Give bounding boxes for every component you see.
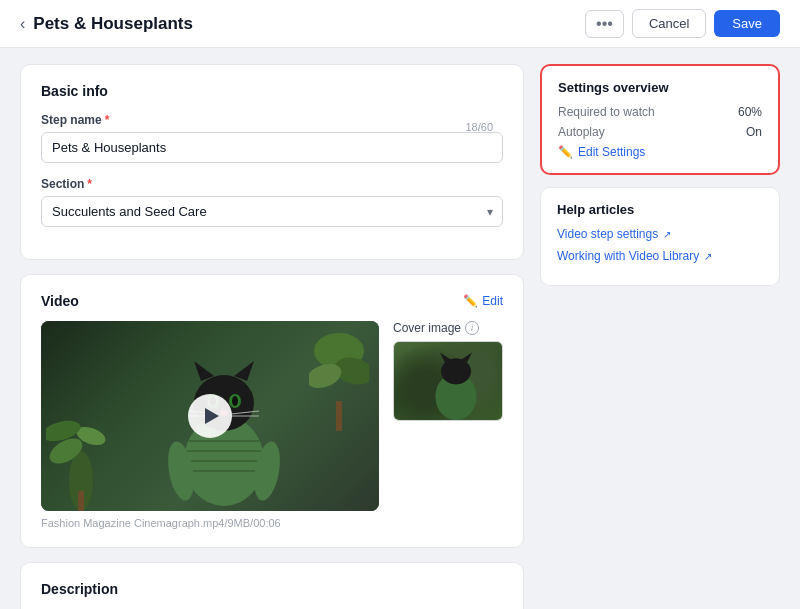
description-card: Description ✦ Welcome to our video on pe… xyxy=(20,562,524,609)
more-options-button[interactable]: ••• xyxy=(585,10,624,38)
video-edit-button[interactable]: ✏️ Edit xyxy=(463,294,503,308)
description-title: Description xyxy=(41,581,503,597)
video-player[interactable] xyxy=(41,321,379,511)
video-library-link[interactable]: Working with Video Library ↗ xyxy=(557,249,763,263)
cancel-button[interactable]: Cancel xyxy=(632,9,706,38)
left-column: Basic info Step name * 18/60 Section * S… xyxy=(20,64,524,609)
page-title: Pets & Houseplants xyxy=(33,14,193,34)
video-header: Video ✏️ Edit xyxy=(41,293,503,309)
cover-cat-figure xyxy=(421,345,491,420)
required-star: * xyxy=(105,113,110,127)
edit-settings-label: Edit Settings xyxy=(578,145,645,159)
header-right: ••• Cancel Save xyxy=(585,9,780,38)
plant-right-icon xyxy=(309,331,369,431)
pencil-icon: ✏️ xyxy=(463,294,478,308)
char-count: 18/60 xyxy=(465,121,493,133)
autoplay-value: On xyxy=(746,125,762,139)
basic-info-card: Basic info Step name * 18/60 Section * S… xyxy=(20,64,524,260)
autoplay-row: Autoplay On xyxy=(558,125,762,139)
back-icon[interactable]: ‹ xyxy=(20,15,25,33)
edit-settings-button[interactable]: ✏️ Edit Settings xyxy=(558,145,645,159)
svg-rect-8 xyxy=(336,401,342,431)
section-select-wrapper: Succulents and Seed Care ▾ xyxy=(41,196,503,227)
main-layout: Basic info Step name * 18/60 Section * S… xyxy=(0,48,800,609)
video-title: Video xyxy=(41,293,79,309)
edit-label: Edit xyxy=(482,294,503,308)
video-player-wrapper: Fashion Magazine Cinemagraph.mp4/9MB/00:… xyxy=(41,321,379,529)
cover-thumbnail[interactable] xyxy=(393,341,503,421)
required-label: Required to watch xyxy=(558,105,655,119)
play-icon xyxy=(205,408,219,424)
svg-rect-4 xyxy=(78,491,84,511)
section-label: Section * xyxy=(41,177,503,191)
help-link-1-label: Video step settings xyxy=(557,227,658,241)
video-content: Fashion Magazine Cinemagraph.mp4/9MB/00:… xyxy=(41,321,503,529)
plant-left-icon xyxy=(46,381,116,511)
cover-thumb-inner xyxy=(394,342,502,420)
help-articles-title: Help articles xyxy=(557,202,763,217)
help-link-2-label: Working with Video Library xyxy=(557,249,699,263)
settings-overview-title: Settings overview xyxy=(558,80,762,95)
required-to-watch-row: Required to watch 60% xyxy=(558,105,762,119)
required-value: 60% xyxy=(738,105,762,119)
step-name-input[interactable] xyxy=(41,132,503,163)
video-card: Video ✏️ Edit xyxy=(20,274,524,548)
save-button[interactable]: Save xyxy=(714,10,780,37)
autoplay-label: Autoplay xyxy=(558,125,605,139)
play-button[interactable] xyxy=(188,394,232,438)
section-field: Section * Succulents and Seed Care ▾ xyxy=(41,177,503,227)
external-link-icon-1: ↗ xyxy=(663,229,671,240)
info-icon[interactable]: i xyxy=(465,321,479,335)
external-link-icon-2: ↗ xyxy=(704,251,712,262)
svg-point-22 xyxy=(232,396,238,406)
section-select[interactable]: Succulents and Seed Care xyxy=(41,196,503,227)
required-star-section: * xyxy=(87,177,92,191)
svg-marker-31 xyxy=(461,353,472,362)
svg-point-29 xyxy=(441,358,471,384)
right-column: Settings overview Required to watch 60% … xyxy=(540,64,780,609)
basic-info-title: Basic info xyxy=(41,83,503,99)
header-left: ‹ Pets & Houseplants xyxy=(20,14,193,34)
cover-image-label: Cover image i xyxy=(393,321,503,335)
header: ‹ Pets & Houseplants ••• Cancel Save xyxy=(0,0,800,48)
video-caption: Fashion Magazine Cinemagraph.mp4/9MB/00:… xyxy=(41,517,379,529)
pencil-settings-icon: ✏️ xyxy=(558,145,573,159)
cover-image-section: Cover image i xyxy=(393,321,503,421)
step-name-field: Step name * 18/60 xyxy=(41,113,503,163)
help-articles-card: Help articles Video step settings ↗ Work… xyxy=(540,187,780,286)
step-name-label: Step name * xyxy=(41,113,503,127)
svg-marker-30 xyxy=(440,353,451,362)
video-step-settings-link[interactable]: Video step settings ↗ xyxy=(557,227,763,241)
settings-overview-card: Settings overview Required to watch 60% … xyxy=(540,64,780,175)
